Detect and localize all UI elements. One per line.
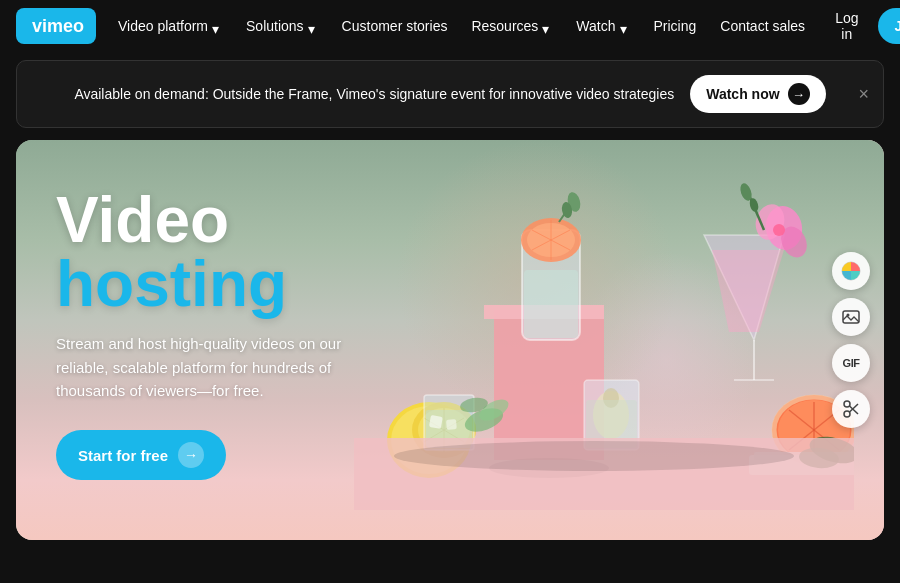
nav-item-solutions[interactable]: Solutions ▾ — [236, 12, 328, 40]
announcement-banner: Available on demand: Outside the Frame, … — [16, 60, 884, 128]
chevron-down-icon: ▾ — [620, 21, 630, 31]
svg-rect-27 — [429, 415, 443, 429]
svg-point-54 — [394, 441, 794, 471]
svg-text:vimeo: vimeo — [32, 16, 84, 36]
scissors-button[interactable] — [832, 390, 870, 428]
chevron-down-icon: ▾ — [542, 21, 552, 31]
login-button[interactable]: Log in — [821, 4, 872, 48]
navigation: vimeo Video platform ▾ Solutions ▾ Custo… — [0, 0, 900, 52]
vimeo-logo[interactable]: vimeo — [16, 8, 96, 44]
svg-point-36 — [773, 224, 785, 236]
arrow-right-icon: → — [178, 442, 204, 468]
start-free-button[interactable]: Start for free → — [56, 430, 226, 480]
hero-content: Video hosting Stream and host high-quali… — [56, 188, 356, 480]
nav-item-video-platform[interactable]: Video platform ▾ — [108, 12, 232, 40]
nav-item-resources[interactable]: Resources ▾ — [461, 12, 562, 40]
svg-rect-28 — [446, 419, 457, 430]
nav-item-customer-stories[interactable]: Customer stories — [332, 12, 458, 40]
banner-text: Available on demand: Outside the Frame, … — [74, 86, 674, 102]
arrow-right-icon: → — [788, 83, 810, 105]
hero-title-line2: hosting — [56, 252, 356, 316]
svg-point-59 — [844, 401, 850, 407]
side-toolbar: GIF — [832, 252, 870, 428]
gif-button[interactable]: GIF — [832, 344, 870, 382]
watch-now-button[interactable]: Watch now → — [690, 75, 825, 113]
hero-subtitle: Stream and host high-quality videos on o… — [56, 332, 356, 402]
color-picker-button[interactable] — [832, 252, 870, 290]
close-icon[interactable]: × — [858, 85, 869, 103]
hero-image — [274, 140, 854, 510]
nav-item-pricing[interactable]: Pricing — [644, 12, 707, 40]
join-button[interactable]: Join → — [878, 8, 900, 44]
chevron-down-icon: ▾ — [212, 21, 222, 31]
chevron-down-icon: ▾ — [308, 21, 318, 31]
hero-section: GIF Video hosting Stream and host high-q… — [16, 140, 884, 540]
image-tool-button[interactable] — [832, 298, 870, 336]
nav-right-actions: Contact sales Log in Join → — [710, 4, 900, 48]
hero-title-line1: Video — [56, 188, 356, 252]
contact-sales-link[interactable]: Contact sales — [710, 12, 815, 40]
svg-point-58 — [844, 411, 850, 417]
nav-item-watch[interactable]: Watch ▾ — [566, 12, 639, 40]
svg-rect-7 — [524, 270, 578, 338]
